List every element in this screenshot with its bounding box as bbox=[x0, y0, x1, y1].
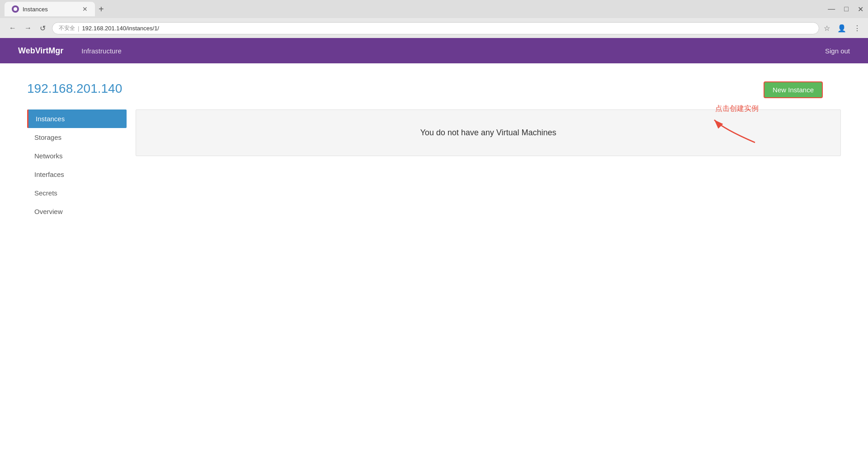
url-text: 192.168.201.140/instances/1/ bbox=[82, 25, 159, 32]
address-field[interactable]: 不安全 | 192.168.201.140/instances/1/ bbox=[52, 22, 819, 34]
sidebar-item-storages[interactable]: Storages bbox=[27, 128, 127, 147]
refresh-button[interactable]: ↺ bbox=[38, 22, 47, 34]
browser-titlebar: Instances ✕ + — □ ✕ bbox=[0, 0, 868, 18]
browser-chrome: Instances ✕ + — □ ✕ ← → ↺ 不安全 | 192.168.… bbox=[0, 0, 868, 38]
browser-addressbar: ← → ↺ 不安全 | 192.168.201.140/instances/1/… bbox=[0, 18, 868, 38]
back-button[interactable]: ← bbox=[7, 22, 18, 34]
main-content: 192.168.201.140 New Instance 点击创建实例 Inst… bbox=[0, 63, 868, 466]
new-tab-button[interactable]: + bbox=[95, 4, 108, 14]
new-instance-button[interactable]: New Instance bbox=[764, 81, 823, 98]
browser-tab[interactable]: Instances ✕ bbox=[5, 2, 95, 16]
tab-favicon-icon bbox=[12, 5, 19, 13]
window-controls: — □ ✕ bbox=[828, 5, 863, 14]
sidebar-item-instances[interactable]: Instances bbox=[27, 109, 127, 128]
new-instance-area: New Instance bbox=[764, 81, 823, 98]
sidebar-item-interfaces[interactable]: Interfaces bbox=[27, 165, 127, 184]
annotation-text: 点击创建实例 bbox=[715, 104, 759, 114]
annotation-container: 点击创建实例 bbox=[710, 104, 764, 147]
tab-close-icon[interactable]: ✕ bbox=[82, 5, 88, 13]
server-title: 192.168.201.140 bbox=[27, 81, 841, 96]
sidebar-item-overview[interactable]: Overview bbox=[27, 202, 127, 221]
app-brand[interactable]: WebVirtMgr bbox=[18, 46, 63, 56]
forward-button[interactable]: → bbox=[23, 22, 33, 34]
signout-button[interactable]: Sign out bbox=[825, 47, 850, 55]
nav-infrastructure[interactable]: Infrastructure bbox=[81, 47, 121, 55]
profile-icon[interactable]: 👤 bbox=[837, 24, 846, 33]
sidebar: Instances Storages Networks Interfaces S… bbox=[27, 109, 127, 221]
maximize-icon[interactable]: □ bbox=[844, 5, 849, 14]
sidebar-item-secrets[interactable]: Secrets bbox=[27, 184, 127, 202]
close-icon[interactable]: ✕ bbox=[858, 5, 863, 14]
security-badge: 不安全 bbox=[59, 24, 75, 32]
sidebar-item-networks[interactable]: Networks bbox=[27, 147, 127, 165]
svg-point-0 bbox=[14, 7, 17, 11]
minimize-icon[interactable]: — bbox=[828, 5, 835, 14]
browser-right-icons: ☆ 👤 ⋮ bbox=[824, 24, 861, 33]
menu-icon[interactable]: ⋮ bbox=[854, 24, 861, 33]
tab-title: Instances bbox=[23, 6, 48, 13]
star-icon[interactable]: ☆ bbox=[824, 24, 830, 33]
annotation-arrow-icon bbox=[710, 115, 764, 147]
app-navbar: WebVirtMgr Infrastructure Sign out bbox=[0, 38, 868, 63]
empty-message-text: You do not have any Virtual Machines bbox=[420, 128, 556, 137]
app-nav-links: Infrastructure bbox=[81, 47, 121, 55]
